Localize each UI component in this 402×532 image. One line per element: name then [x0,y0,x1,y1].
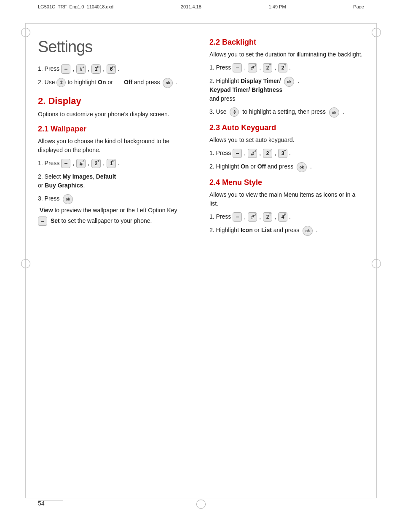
step-2: 2. Use ⇕ to highlight On or Off and pres… [38,78,188,88]
key-minus-m1: − [233,212,242,222]
key-hash-1: J # [76,64,86,74]
wallpaper-step-2: 2. Select My Images, Defaultor Buy Graph… [38,172,188,190]
section-display-desc: Options to customize your phone's displa… [38,110,188,119]
reg-mark-bottom-center [196,500,206,509]
key-3y-k1: Y 3 [278,149,287,158]
key-2t-m1: T 2 [263,212,272,222]
header-date: 2011.4.18 [181,4,201,9]
section-backlight-heading: 2.2 Backlight [209,38,364,47]
key-ok-b3: ok [329,107,339,118]
step-1-num: 1. Press [38,64,59,73]
section-menustyle-heading: 2.4 Menu Style [209,178,364,187]
wallpaper-step-3: 3. Press ok View to preview the wallpape… [38,194,188,226]
step-2-num: 2. Use [38,78,55,87]
reg-mark-mid-left [21,259,30,268]
key-1r-1: R 1 [91,64,101,74]
key-nav-1: ⇕ [56,78,66,87]
key-minus-b1: − [233,63,242,72]
key-ok-k2: ok [297,162,307,172]
wallpaper-step-1: 1. Press − , J # , T 2 , R 1 . [38,159,188,168]
key-hash-k1: J # [248,149,257,158]
key-minus-w3: − [38,217,47,226]
keyguard-step-2: 2. Highlight On or Off and press ok . [209,162,364,172]
key-minus-k1: − [233,149,242,158]
reg-mark-mid-right [372,259,381,268]
key-6h-1: H 6 [107,64,116,74]
section-display-heading: 2. Display [38,96,188,107]
key-4f-m1: F 4 [278,212,287,222]
key-ok-w3: ok [63,194,73,204]
header-page: Page [353,4,364,9]
page-number: 54 [38,500,45,507]
section-menustyle-desc: Allows you to view the main Menu items a… [209,190,364,208]
main-content: Settings 1. Press − , J # , R 1 , H 6 [38,38,364,490]
key-ok-b2: ok [284,77,294,87]
backlight-step-2: 2. Highlight Display Timer/Keypad Timer/… [209,77,364,103]
section-wallpaper-heading: 2.1 Wallpaper [38,125,188,134]
key-hash-m1: J # [248,212,257,222]
section-keyguard-heading: 2.3 Auto Keyguard [209,123,364,132]
header-time: 1:49 PM [269,4,286,9]
backlight-step-1: 1. Press − , J # , T 2 , T 2 . [209,63,364,72]
page-title: Settings [38,38,188,56]
key-2t-b1b: T 2 [278,63,287,72]
key-nav-b3: ⇕ [230,107,239,117]
page-border-top [25,23,377,24]
section-wallpaper-desc: Allows you to choose the kind of backgro… [38,137,188,155]
section-keyguard-desc: Allows you to set auto keyguard. [209,136,364,144]
left-column: Settings 1. Press − , J # , R 1 , H 6 [38,38,201,490]
backlight-step-3: 3. Use ⇕ to highlight a setting, then pr… [209,107,364,118]
file-info: LG501C_TRF_Eng1.0_1104018.qxd [38,4,113,9]
keyguard-step-1: 1. Press − , J # , T 2 , Y 3 . [209,149,364,158]
key-2t-b1: T 2 [263,63,272,72]
right-column: 2.2 Backlight Allows you to set the dura… [201,38,364,490]
reg-mark-top-right [372,28,381,37]
menustyle-step-1: 1. Press − , J # , T 2 , F 4 . [209,212,364,222]
key-2t-w1: T 2 [91,159,101,168]
key-ok-m2: ok [303,226,313,236]
header-bar: LG501C_TRF_Eng1.0_1104018.qxd 2011.4.18 … [38,4,364,9]
page-border-bottom [25,498,377,498]
menustyle-step-2: 2. Highlight Icon or List and press ok . [209,226,364,236]
key-2t-k1: T 2 [263,149,272,158]
step-1: 1. Press − , J # , R 1 , H 6 . [38,64,188,74]
reg-mark-top-left [21,28,30,37]
key-hash-b1: J # [248,63,257,72]
key-minus-1: − [61,64,70,74]
key-ok-1: ok [163,78,173,88]
key-1r-w1: R 1 [107,159,116,168]
key-minus-w1: − [61,159,70,168]
section-backlight-desc: Allows you to set the duration for illum… [209,50,364,59]
key-hash-w1: J # [76,159,86,168]
